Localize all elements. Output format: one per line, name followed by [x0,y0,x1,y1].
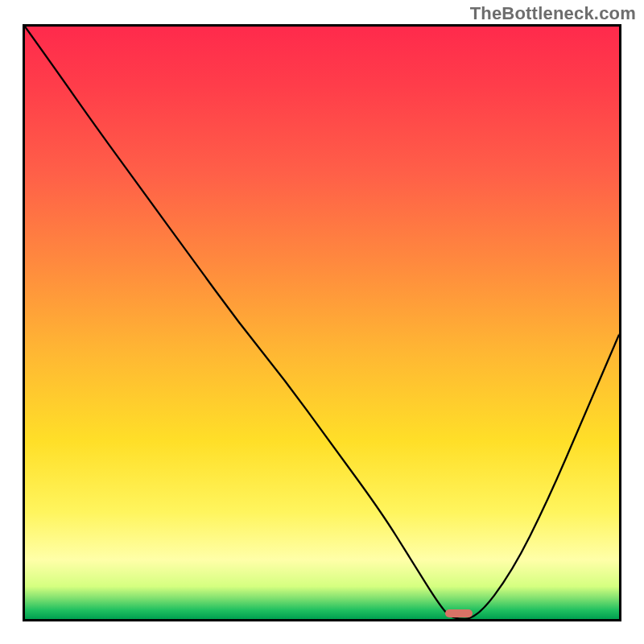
chart-container: TheBottleneck.com [0,0,644,644]
watermark-text: TheBottleneck.com [470,3,636,24]
curve-path [25,27,619,619]
bottleneck-curve [25,27,619,619]
minimum-marker [445,609,473,617]
plot-area [23,24,621,621]
